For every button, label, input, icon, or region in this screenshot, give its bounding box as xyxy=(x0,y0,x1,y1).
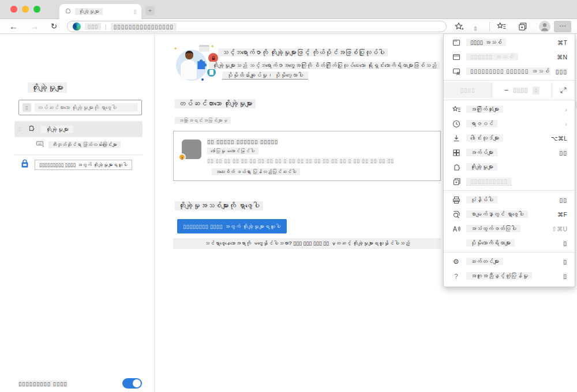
menu-divider xyxy=(444,252,575,252)
pinned-extension-icon[interactable]: ▯ xyxy=(474,22,485,32)
puzzle-icon xyxy=(451,162,461,172)
new-tab-icon xyxy=(451,37,461,47)
print-icon xyxy=(451,195,461,205)
window-motif xyxy=(199,45,209,52)
fullscreen-button[interactable] xyxy=(552,82,575,98)
sidebar-divider xyxy=(14,154,143,155)
menu-item-label: အကြိုက်ဆုံးများ xyxy=(466,105,503,113)
toolbar-divider xyxy=(489,22,490,31)
extension-card[interactable]: ! ▯▯ ▯▯▯▯▯ ▯▯▯▯▯▯ ▯▯▯▯▯ ဖော်ပြမှုမအောင်မ… xyxy=(173,131,441,181)
new-tab-button[interactable]: + xyxy=(145,6,155,16)
menu-item-label: အသံထွက်ဖတ်ပြပါ xyxy=(466,225,520,232)
reload-icon[interactable]: ↻ xyxy=(51,19,57,34)
warning-badge-icon: ! xyxy=(178,153,186,161)
search-box[interactable]: ▯ xyxy=(18,100,142,115)
browser-menu-button[interactable]: ⋯ xyxy=(554,21,571,32)
nav-marker: ▯ xyxy=(18,126,21,132)
menu-item-label: ပုံနှိပ်ပါ xyxy=(466,196,497,203)
menu-item-label: တိုးချဲ့မှုများ xyxy=(466,163,497,171)
tab-extensions[interactable]: တိုးချဲ့မှုများ ▯ xyxy=(59,4,141,19)
menu-item-read-aloud[interactable]: အသံထွက်ဖတ်ပြပါ ⇧⌘U xyxy=(444,221,575,236)
keyboard-icon xyxy=(36,140,44,149)
menu-item-downloads[interactable]: ဒေါင်းလုဒ်များ ⌥⌘L xyxy=(444,131,575,145)
menu-item-label: ▯▯▯▯▯▯▯▯▯ ▯▯▯▯▯▯ အသစ် xyxy=(466,67,550,75)
menu-divider xyxy=(444,190,575,191)
gear-icon: ⚙ xyxy=(451,257,461,266)
installed-extensions-heading: တပ်ဆင်ထားသော တိုးချဲ့မှုများ xyxy=(175,99,256,108)
shortcut: ⇧⌘U xyxy=(552,225,567,232)
back-icon[interactable]: ← xyxy=(9,19,18,34)
minimize-window-button[interactable] xyxy=(22,6,29,13)
shortcut: ⌘F xyxy=(557,211,567,218)
apps-grid-icon xyxy=(451,148,461,157)
menu-item-label: ပိုမိုသောကိရိယာများ xyxy=(466,239,515,247)
read-aloud-icon xyxy=(451,224,461,233)
footer-note[interactable]: သင်ရှာဖွေနေသောအရာကို မတွေ့နိုင်ပါသလား? ▯… xyxy=(173,238,441,249)
search-icon: ▯ xyxy=(23,103,31,112)
browser-menu-dropdown: ▯▯▯▯ အသစ် ⌘T ▯▯▯▯▯▯ အသစ် ⌘N ▯▯▯▯▯▯▯▯▯ ▯▯… xyxy=(443,33,575,287)
tab-close-icon[interactable]: ▯ xyxy=(134,9,137,14)
shortcut: ▯▯▯ xyxy=(556,68,567,75)
maximize-window-button[interactable] xyxy=(33,6,40,13)
puzzle-piece-icon xyxy=(193,56,208,74)
menu-item-favorites[interactable]: အကြိုက်ဆုံးများ › xyxy=(444,102,575,116)
sidebar-item-extensions[interactable]: ▯ တိုးချဲ့မှုများ xyxy=(14,121,143,137)
menu-item-new-inprivate-window[interactable]: ▯▯▯▯▯▯▯▯▯ ▯▯▯▯▯▯ အသစ် ▯▯▯ xyxy=(444,64,575,78)
question-mark-icon: ? xyxy=(451,271,461,281)
developer-mode-toggle[interactable] xyxy=(122,378,142,389)
search-input[interactable] xyxy=(35,103,138,112)
forward-icon[interactable]: → xyxy=(30,19,39,34)
developer-mode-label: ▯▯▯▯▯▯▯▯▯ ▯▯▯▯ xyxy=(18,380,68,387)
shortcut: ▯▯ xyxy=(559,149,567,156)
menu-item-history[interactable]: ရာဇဝင် › xyxy=(444,116,575,131)
store-link-label: ▯▯▯▯▯▯▯▯▯ ▯▯▯▯ အတွက် တိုးချဲ့မှုများရယူပ… xyxy=(35,160,132,170)
puzzle-icon xyxy=(27,124,35,134)
from-other-sources-note: အခြားအရင်းအမြစ်များမှ xyxy=(175,117,231,124)
menu-item-label: ဒေါင်းလုဒ်များ xyxy=(466,134,503,142)
menu-item-print[interactable]: ပုံနှိပ်ပါ ▯▯ xyxy=(444,193,575,207)
download-icon xyxy=(451,133,461,143)
add-favorite-star-icon[interactable] xyxy=(454,21,464,32)
extension-actions[interactable]: အသေးစိတ် ဖယ်ရှား ပြန်လည်ပြင်ဆင်ပါ xyxy=(212,168,300,175)
menu-item-more-tools[interactable]: ပိုမိုသောကိရိယာများ ▯ xyxy=(444,236,575,250)
edge-logo-icon xyxy=(73,22,81,31)
menu-item-find-on-page[interactable]: စာမျက်နှာတွင် ရှာဖွေပါ ⌘F xyxy=(444,207,575,221)
menu-item-collections[interactable]: ▯▯▯▯▯▯▯▯▯▯ xyxy=(444,174,575,189)
collections-icon[interactable] xyxy=(517,21,527,32)
hero-body: တိုးချဲ့မှုများသည် သင့်ဘရောက်ဇာအတွေ့အကြု… xyxy=(209,62,440,69)
close-window-button[interactable] xyxy=(10,6,17,13)
favorites-star-icon xyxy=(451,104,461,114)
shortcut: ▯ xyxy=(563,258,567,265)
collections-icon xyxy=(451,176,461,186)
profile-avatar[interactable] xyxy=(539,21,550,32)
puzzle-icon xyxy=(64,6,72,17)
chevron-right-icon: › xyxy=(565,106,567,113)
get-extensions-button[interactable]: ▯▯▯▯▯▯▯▯ ▯▯▯▯ အတွက် တိုးချဲ့မှုများရယူပါ xyxy=(177,219,287,233)
menu-item-help-feedback[interactable]: ? အကူအညီနှင့်တုံ့ပြန်မှု ▯ xyxy=(444,269,575,283)
sidebar-item-label: တိုးချဲ့မှုများ xyxy=(41,126,73,133)
menu-item-extensions[interactable]: တိုးချဲ့မှုများ xyxy=(444,160,575,174)
menu-item-settings[interactable]: ⚙ ဆက်တင်များ ▯ xyxy=(444,254,575,269)
address-bar[interactable]: ▯▯▯ | ▯▯▯▯▯▯▯▯▯▯▯▯▯▯▯▯ xyxy=(67,21,447,32)
get-extensions-store-link[interactable]: ▯▯▯▯▯▯▯▯▯ ▯▯▯▯ အတွက် တိုးချဲ့မှုများရယူပ… xyxy=(20,159,132,171)
calculator-badge-icon xyxy=(207,68,216,77)
zoom-in-button[interactable]: ▯ xyxy=(533,86,539,95)
tab-title: တိုးချဲ့မှုများ xyxy=(75,8,103,15)
zoom-out-button[interactable]: − xyxy=(504,86,509,95)
new-window-icon xyxy=(451,52,461,62)
sidebar-item-keyboard-shortcuts[interactable]: ကီးဘုတ်ဆိုင်ရာ ဖြတ်လမ်းကြောင်းများ xyxy=(36,140,121,149)
shortcut: ⌘T xyxy=(557,39,567,46)
store-bag-icon xyxy=(20,159,30,171)
menu-item-new-tab[interactable]: ▯▯▯▯ အသစ် ⌘T xyxy=(444,35,575,50)
favorites-bar-icon[interactable] xyxy=(496,21,507,32)
dot-badge xyxy=(200,77,205,82)
hero-title: သင့်ဘရောက်ဇာကို တိုးချဲ့မှုများဖြင့် ကို… xyxy=(218,48,388,56)
menu-item-apps[interactable]: အက်ပ်များ ▯▯ xyxy=(444,145,575,160)
menu-item-new-window[interactable]: ▯▯▯▯▯▯ အသစ် ⌘N xyxy=(444,50,575,64)
find-new-extensions-heading: တိုးချဲ့မှုအသစ်များကို ရှာဖွေပါ xyxy=(175,201,263,210)
extension-status: ဖော်ပြမှုမအောင်မြင်ပါ xyxy=(207,148,258,154)
menu-item-label: စာမျက်နှာတွင် ရှာဖွေပါ xyxy=(466,210,528,218)
learn-more-hero-link[interactable]: ပိုမိုထိန်းချုပ်မှု၊ ပိုမိုလေ့လာပါ xyxy=(222,71,308,80)
shortcut: ▯▯ xyxy=(559,197,567,203)
menu-item-label: ▯▯▯▯▯▯▯▯▯▯ xyxy=(466,178,512,186)
